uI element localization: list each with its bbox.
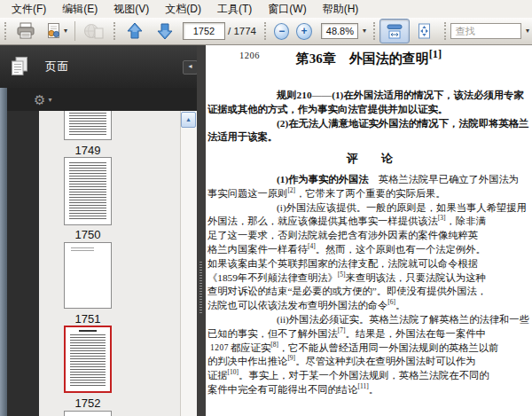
pdf-reader-window: 文件(F) 编辑(E) 视图(V) 文档(D) 工具(T) 窗口(W) 帮助(H… [0, 0, 532, 416]
pages-panel-title: 页面 [45, 59, 69, 75]
thumbnails-panel: 1749 1750 1751 1752 ▲ [39, 111, 197, 416]
page-margin-number: 1207 [210, 341, 229, 356]
menu-file[interactable]: 文件(F) [4, 0, 54, 19]
find-input[interactable]: 查找 [450, 23, 521, 39]
document-line: 证据[10]。事实上，对于某一个外国法规则，英格兰法院在不同的 [207, 369, 532, 383]
toolbar-grip[interactable] [4, 22, 6, 40]
page-number-input[interactable] [183, 22, 225, 40]
thumbnail-text-preview [69, 113, 106, 135]
document-line: 《1859年不列颠法律查明法》[5]来查明该法，只要法院认为这种 [207, 271, 532, 286]
document-line: 的判决中作出推论[9]。尽管这种判决在查明外国法时可以作为 [207, 355, 532, 369]
document-line: 证据或其他的方式，作为事实向法官提供并加以证实。 [207, 103, 532, 117]
document-line: 法院也可以依该法发布查明外国法的命令[6]。 [207, 299, 532, 313]
thumbnail-heading-preview [79, 330, 97, 332]
thumbnail-label[interactable]: 1751 [39, 312, 137, 326]
up-arrow-icon [126, 21, 144, 41]
fit-width-button[interactable] [379, 19, 410, 43]
thumbnail-text-preview [71, 247, 94, 252]
document-line: (ii)外国法必须证实。英格兰法院了解英格兰的法律和一些 [207, 313, 532, 327]
thumbnail-page-next-partial[interactable] [64, 411, 112, 416]
fit-width-icon [387, 24, 403, 39]
panel-options-row: ⚙ ▾ [7, 88, 206, 111]
globe-document-icon [83, 22, 105, 40]
content-area: 页面 ◂ ⚙ ▾ 1749 1750 [0, 45, 532, 416]
toolbar-grip[interactable] [264, 22, 266, 40]
document-line: 都应证实[8]，它不能从曾经适用同一外国法规则的英格兰以前1207 [207, 341, 532, 356]
zoom-level-value: 48.8% [326, 26, 354, 36]
document-line: (1)作为事实的外国法 英格兰法院早已确立了外国法为 [207, 173, 532, 187]
next-page-button[interactable] [150, 19, 180, 43]
gear-icon[interactable]: ⚙ [34, 93, 45, 106]
email-share-button [79, 19, 109, 43]
zoom-in-button[interactable]: + [296, 23, 311, 40]
document-line: 格兰内国案件一样看待[4]。然而，这个原则也有一个法定例外。 [207, 243, 532, 257]
document-line: (2)在无法人满意地证实外国法的情况下，法院即将英格兰 [207, 117, 532, 131]
document-page: 1206 第36章 外国法的查明[1] 规则210——(1)在外国法适用的情况下… [206, 45, 532, 416]
toolbar-grip[interactable] [444, 22, 446, 40]
document-line: 事实问题这一原则[2]，它带来了两个重要的实际后果。 [207, 187, 532, 201]
chevron-down-icon: ▾ [526, 27, 529, 35]
menu-view[interactable]: 视图(V) [106, 0, 157, 19]
pages-sidebar: 页面 ◂ ⚙ ▾ 1749 1750 [0, 45, 206, 416]
find-placeholder: 查找 [456, 25, 475, 38]
chevron-down-icon: ▾ [363, 27, 366, 35]
window-edge-strip [0, 88, 7, 416]
print-button[interactable] [11, 19, 41, 43]
scroll-up-button[interactable]: ▲ [181, 112, 196, 128]
thumbnail-page-1752-selected[interactable] [64, 326, 112, 393]
toolbar: ▾ [0, 18, 532, 45]
fit-page-icon [417, 23, 432, 39]
fit-page-button[interactable] [410, 19, 440, 43]
menu-help[interactable]: 帮助(H) [315, 0, 367, 19]
thumbnail-page-1749[interactable] [64, 111, 112, 140]
chevron-left-icon: ◂ [188, 62, 192, 70]
thumbnails-scrollbar[interactable]: ▲ [180, 111, 197, 416]
menu-edit[interactable]: 编辑(E) [54, 0, 106, 19]
zoom-out-button[interactable]: − [274, 23, 289, 40]
chevron-down-icon: ▾ [48, 96, 51, 104]
document-line: 已知的事实，但不了解外国法[7]。结果是，外国法在每一案件中 [207, 327, 532, 341]
thumbnail-label[interactable]: 1750 [39, 228, 137, 241]
document-line: 足了这一要求，否则法院就会把含有涉外因素的案件像纯粹英 [207, 229, 532, 243]
document-line: 法适用于该案。 [207, 130, 532, 145]
toolbar-grip[interactable] [113, 22, 115, 40]
section-heading: 评 论 [207, 152, 532, 166]
collaborate-icon [44, 22, 62, 40]
pages-icon [10, 56, 29, 77]
thumbnail-page-1750[interactable] [64, 157, 112, 225]
find-dropdown-button[interactable]: ▾ [521, 23, 532, 39]
zoom-dropdown-button[interactable]: ▾ [358, 23, 369, 39]
chapter-title: 第36章 外国法的查明[1] [206, 48, 532, 67]
menu-window[interactable]: 窗口(W) [260, 0, 314, 19]
zoom-level-box[interactable]: 48.8% [321, 23, 358, 39]
document-line: 外国法，那么，就应该像提供其他事实一样提供该法[3]，除非满 [207, 215, 532, 229]
thumbnail-label[interactable]: 1749 [39, 144, 137, 157]
down-arrow-icon [156, 21, 174, 41]
thumbnail-text-preview [69, 162, 106, 220]
document-line: 如果该案由某个英联邦国家的法律支配，法院就可以命令根据 [207, 257, 532, 271]
sidebar-resize-splitter[interactable] [197, 45, 206, 416]
menu-tools[interactable]: 工具(T) [209, 0, 260, 19]
pages-panel-header: 页面 ◂ [0, 45, 206, 88]
collapse-panel-button[interactable]: ◂ [183, 60, 198, 75]
document-body: 规则210——(1)在外国法适用的情况下，该法必须用专家证据或其他的方式，作为事… [207, 89, 532, 397]
document-line: (i)外国法应该提供。一般的原则是，如果当事人希望援用 [207, 201, 532, 216]
thumbnail-label[interactable]: 1752 [39, 396, 137, 410]
toolbar-separator [74, 21, 75, 41]
document-line: 案件中完全有可能得出不同的结论[11]。 [207, 383, 532, 397]
toolbar-grip[interactable] [373, 22, 375, 40]
document-line: 查明对诉讼的结束“是必要的或方便的”。即使没有提供外国法， [207, 285, 532, 299]
chevron-down-icon: ▾ [64, 27, 67, 35]
menu-bar: 文件(F) 编辑(E) 视图(V) 文档(D) 工具(T) 窗口(W) 帮助(H… [0, 0, 532, 18]
chevron-up-icon: ▲ [185, 116, 192, 122]
printer-icon [16, 22, 35, 40]
document-line: 规则210——(1)在外国法适用的情况下，该法必须用专家 [207, 89, 532, 103]
thumbnail-page-1751[interactable] [64, 242, 112, 309]
previous-page-button[interactable] [120, 19, 150, 43]
page-total-label: / 1774 [228, 26, 256, 36]
collaborate-button[interactable]: ▾ [41, 19, 71, 43]
menu-document[interactable]: 文档(D) [157, 0, 209, 19]
thumbnail-text-preview [70, 334, 106, 388]
